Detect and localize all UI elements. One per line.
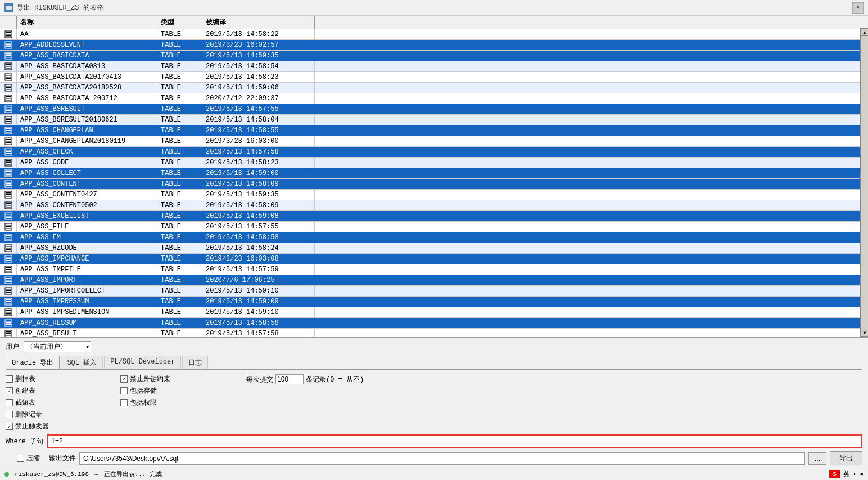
- svg-rect-69: [6, 207, 11, 208]
- title-bar: 导出 RISKUSER_ZS 的表格 ×: [0, 0, 868, 16]
- where-input[interactable]: [47, 434, 862, 448]
- browse-button[interactable]: ...: [808, 452, 826, 465]
- svg-rect-65: [6, 196, 11, 197]
- tab-log[interactable]: 日志: [182, 356, 208, 369]
- table-row[interactable]: APP_ASS_CONTENT0427TABLE2019/5/13 14:59:…: [0, 190, 860, 200]
- tab-sql-insert[interactable]: SQL 插入: [61, 356, 103, 369]
- table-row[interactable]: APP_ASS_BASICDATATABLE2019/5/13 14:59:35: [0, 51, 860, 61]
- table-row[interactable]: APP_ASS_BSRESULTTABLE2019/5/13 14:57:55: [0, 104, 860, 115]
- delete-records-label: 删除记录: [15, 410, 42, 419]
- table-row[interactable]: APP_ASS_CONTENT0502TABLE2019/5/13 14:58:…: [0, 200, 860, 211]
- table-row[interactable]: APP_ASS_RESULTTABLE2019/5/13 14:57:58: [0, 329, 860, 337]
- svg-rect-4: [6, 34, 11, 35]
- table-cell-type: TABLE: [157, 104, 202, 114]
- table-row[interactable]: APP_ASS_CHANGEPLAN20180119TABLE2019/3/23…: [0, 136, 860, 147]
- table-row[interactable]: APP_ASS_IMPCHANGETABLE2019/3/23 16:03:08: [0, 254, 860, 264]
- user-select[interactable]: 〈当前用户〉: [24, 341, 91, 352]
- table-row[interactable]: APP_ASS_CONTENTTABLE2019/5/13 14:58:09: [0, 179, 860, 190]
- tab-plsql-dev[interactable]: PL/SQL Developer: [104, 356, 181, 369]
- table-cell-name: APP_ASS_FILE: [17, 222, 157, 232]
- table-cell-compiled: 2019/5/13 14:58:04: [202, 115, 315, 125]
- svg-rect-113: [6, 324, 11, 325]
- table-row[interactable]: AATABLE2019/5/13 14:58:22: [0, 29, 860, 40]
- table-body[interactable]: AATABLE2019/5/13 14:58:22APP_ADDLOSSEVEN…: [0, 29, 868, 337]
- table-row[interactable]: APP_ASS_IMPORTTABLE2020/7/6 17:06:25: [0, 275, 860, 286]
- table-row[interactable]: APP_ASS_FMTABLE2019/5/13 14:58:58: [0, 232, 860, 243]
- disable-triggers-checkbox[interactable]: [6, 423, 13, 430]
- table-row[interactable]: APP_ASS_RESSUMTABLE2019/5/13 14:58:58: [0, 318, 860, 329]
- svg-rect-83: [6, 246, 11, 247]
- table-cell-type: TABLE: [157, 93, 202, 104]
- delete-records-checkbox[interactable]: [6, 411, 13, 418]
- status-text: 正在导出表... 完成: [104, 470, 162, 478]
- table-row[interactable]: APP_ASS_HZCODETABLE2019/5/13 14:58:24: [0, 243, 860, 254]
- create-table-checkbox[interactable]: [6, 387, 13, 394]
- table-cell-name: APP_ADDLOSSEVENT: [17, 40, 157, 50]
- close-button[interactable]: ×: [852, 2, 864, 14]
- include-privileges-checkbox[interactable]: [120, 399, 128, 406]
- option-disable-fk: 禁止外键约束: [120, 374, 244, 384]
- table-row[interactable]: APP_ASS_COLLECTTABLE2019/5/13 14:59:00: [0, 168, 860, 179]
- commit-value-input[interactable]: [275, 374, 304, 384]
- table-cell-compiled: 2020/7/6 17:06:25: [202, 275, 315, 285]
- table-row[interactable]: APP_ASS_IMPSEDIMENSIONTABLE2019/5/13 14:…: [0, 307, 860, 318]
- output-file-label: 输出文件: [49, 454, 76, 463]
- table-cell-name: APP_ASS_HZCODE: [17, 243, 157, 253]
- table-row[interactable]: APP_ASS_CODETABLE2019/5/13 14:58:23: [0, 158, 860, 168]
- svg-rect-60: [6, 183, 11, 185]
- table-row[interactable]: APP_ASS_BASICDATA20170413TABLE2019/5/13 …: [0, 72, 860, 83]
- svg-rect-9: [6, 46, 11, 47]
- svg-rect-91: [6, 267, 11, 268]
- option-delete-records: 删除记录: [6, 410, 118, 419]
- svg-rect-56: [6, 173, 11, 174]
- truncate-table-checkbox[interactable]: [6, 399, 13, 406]
- row-icon: [0, 329, 17, 337]
- table-cell-name: AA: [17, 29, 157, 39]
- svg-rect-35: [6, 118, 11, 119]
- table-row[interactable]: APP_ASS_BASICDATA0813TABLE2019/5/13 14:5…: [0, 61, 860, 72]
- table-row[interactable]: APP_ASS_EXCELLISTTABLE2019/5/13 14:59:08: [0, 211, 860, 222]
- drop-table-checkbox[interactable]: [6, 375, 13, 383]
- option-truncate-table: 截短表: [6, 398, 118, 407]
- table-row[interactable]: APP_ASS_IMPFILETABLE2019/5/13 14:57:59: [0, 264, 860, 275]
- row-icon: [0, 136, 17, 146]
- output-file-input[interactable]: [79, 452, 805, 465]
- row-icon: [0, 125, 17, 136]
- table-row[interactable]: APP_ASS_IMPORTCOLLECTTABLE2019/5/13 14:5…: [0, 286, 860, 297]
- table-row[interactable]: APP_ADDLOSSEVENTTABLE2019/3/23 16:02:57: [0, 40, 860, 51]
- table-row[interactable]: APP_ASS_BSRESULT20180621TABLE2019/5/13 1…: [0, 115, 860, 125]
- table-row[interactable]: APP_ASS_FILETABLE2019/5/13 14:57:55: [0, 222, 860, 232]
- table-row[interactable]: APP_ASS_CHECKTABLE2019/5/13 14:57:58: [0, 147, 860, 158]
- row-icon: [0, 200, 17, 210]
- table-cell-name: APP_ASS_FM: [17, 232, 157, 243]
- compress-checkbox[interactable]: [17, 455, 24, 462]
- table-cell-type: TABLE: [157, 136, 202, 146]
- svg-rect-5: [6, 35, 11, 37]
- table-row[interactable]: APP_ASS_CHANGEPLANTABLE2019/5/13 14:58:5…: [0, 125, 860, 136]
- svg-rect-75: [6, 225, 11, 226]
- svg-rect-48: [6, 151, 11, 152]
- table-cell-name: APP_ASS_IMPSEDIMENSION: [17, 307, 157, 317]
- table-cell-compiled: 2019/5/13 14:58:09: [202, 179, 315, 189]
- table-cell-compiled: 2019/5/13 14:59:00: [202, 168, 315, 178]
- table-cell-name: APP_ASS_RESSUM: [17, 318, 157, 328]
- svg-rect-29: [6, 100, 11, 101]
- option-disable-triggers: 禁止触发器: [6, 421, 118, 431]
- svg-rect-97: [6, 281, 11, 282]
- svg-rect-24: [6, 87, 11, 88]
- user-select-wrap[interactable]: 〈当前用户〉: [24, 341, 91, 352]
- table-row[interactable]: APP_ASS_IMPRESSUMTABLE2019/5/13 14:59:09: [0, 297, 860, 307]
- table-cell-compiled: 2019/5/13 14:58:54: [202, 61, 315, 71]
- include-storage-checkbox[interactable]: [120, 387, 128, 394]
- table-cell-compiled: 2019/5/13 14:58:09: [202, 200, 315, 210]
- disable-fk-checkbox[interactable]: [120, 375, 128, 383]
- svg-rect-47: [6, 150, 11, 151]
- table-row[interactable]: APP_ASS_BASICDATA_200712TABLE2020/7/12 2…: [0, 93, 860, 104]
- lang-indicator: S: [829, 470, 840, 478]
- where-row: Where 子句: [6, 434, 862, 448]
- export-button[interactable]: 导出: [830, 451, 862, 465]
- tab-oracle-export[interactable]: Oracle 导出: [6, 356, 60, 369]
- table-row[interactable]: APP_ASS_BASICDATA20180528TABLE2019/5/13 …: [0, 83, 860, 93]
- svg-rect-53: [6, 164, 11, 165]
- table-cell-type: TABLE: [157, 72, 202, 82]
